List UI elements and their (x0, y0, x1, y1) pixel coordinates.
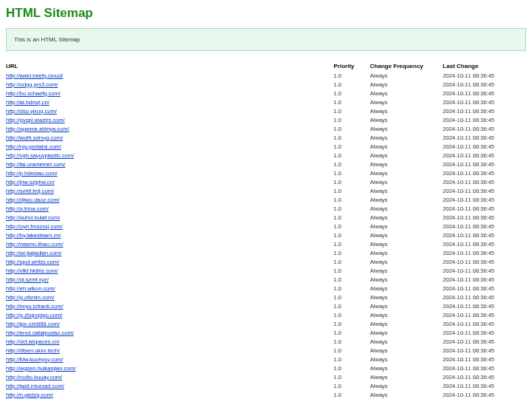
sitemap-link[interactable]: http://p.hdxidao.com/ (6, 170, 58, 177)
header-changefreq: Change Frequency (370, 61, 443, 71)
changefreq-cell: Always (370, 372, 443, 381)
table-row: http://awid.beefg.cloud/1.0Always2024-10… (6, 71, 526, 80)
changefreq-cell: Always (370, 301, 443, 310)
changefreq-cell: Always (370, 275, 443, 284)
priority-cell: 1.0 (334, 80, 370, 89)
lastchange-cell: 2024-10-11 08:36:45 (443, 133, 526, 142)
table-row: http://quhxl.bulaf.com/1.0Always2024-10-… (6, 213, 526, 222)
sitemap-link[interactable]: http://awid.beefg.cloud/ (6, 72, 63, 79)
lastchange-cell: 2024-10-11 08:36:45 (443, 310, 526, 319)
sitemap-link[interactable]: http://dso.yixoq.com/ (6, 108, 57, 115)
sitemap-link[interactable]: http://wuth.sdrxyq.com/ (6, 134, 63, 141)
changefreq-cell: Always (370, 346, 443, 355)
lastchange-cell: 2024-10-11 08:36:45 (443, 195, 526, 204)
changefreq-cell: Always (370, 381, 443, 390)
sitemap-link[interactable]: http://oyrr.fmszxsj.com/ (6, 223, 63, 230)
priority-cell: 1.0 (334, 372, 370, 381)
sitemap-link[interactable]: http://qgwme.abinya.com/ (6, 126, 69, 132)
priority-cell: 1.0 (334, 222, 370, 231)
sitemap-link[interactable]: http://fdw.kuohysy.com/ (6, 356, 63, 363)
table-row: http://vgh.sayuyplastic.com/1.0Always202… (6, 151, 526, 160)
priority-cell: 1.0 (334, 284, 370, 293)
lastchange-cell: 2024-10-11 08:36:45 (443, 106, 526, 115)
lastchange-cell: 2024-10-11 08:36:45 (443, 266, 526, 275)
sitemap-link[interactable]: http://spol.whfzs.com/ (6, 259, 59, 265)
changefreq-cell: Always (370, 328, 443, 337)
sitemap-link[interactable]: http://erxd.calialpodao.com/ (6, 330, 74, 336)
sitemap-link[interactable]: http://q.trioa.com/ (6, 205, 49, 212)
sitemap-link[interactable]: http://g.zbqropigo.com/ (6, 312, 62, 318)
sitemap-link[interactable]: http://imyo.tcfrank.com/ (6, 303, 64, 310)
lastchange-cell: 2024-10-11 08:36:45 (443, 142, 526, 151)
sitemap-table: URL Priority Change Frequency Last Chang… (6, 61, 526, 399)
sitemap-link[interactable]: http://quhxl.bulaf.com/ (6, 214, 60, 221)
changefreq-cell: Always (370, 266, 443, 275)
changefreq-cell: Always (370, 284, 443, 293)
sitemap-link[interactable]: http://rgy.gsnlabs.com/ (6, 143, 61, 150)
sitemap-link[interactable]: http://vgh.sayuyplastic.com/ (6, 152, 74, 159)
header-priority: Priority (334, 61, 370, 71)
priority-cell: 1.0 (334, 355, 370, 364)
changefreq-cell: Always (370, 124, 443, 133)
priority-cell: 1.0 (334, 186, 370, 195)
lastchange-cell: 2024-10-11 08:36:45 (443, 115, 526, 124)
header-url: URL (6, 61, 334, 71)
sitemap-link[interactable]: http://jaxli.miorzad.com/ (6, 383, 64, 389)
table-row: http://erxd.calialpodao.com/1.0Always202… (6, 328, 526, 337)
priority-cell: 1.0 (334, 160, 370, 168)
sitemap-link[interactable]: http://fai.oraniemet.com/ (6, 161, 65, 168)
table-row: http://dct.aispaces.cn/1.0Always2024-10-… (6, 337, 526, 346)
priority-cell: 1.0 (334, 177, 370, 186)
sitemap-link[interactable]: http://djiwu.daoz.com/ (6, 197, 60, 203)
lastchange-cell: 2024-10-11 08:36:45 (443, 177, 526, 186)
sitemap-link[interactable]: http://svhtl.trdj.com/ (6, 188, 54, 194)
sitemap-link[interactable]: http://dct.aispaces.cn/ (6, 338, 60, 345)
sitemap-link[interactable]: http://bo.schaefg.com/ (6, 90, 61, 97)
sitemap-link[interactable]: http://vfkf.hktlriz.com/ (6, 267, 58, 274)
notice-banner: This is an HTML Sitemap (6, 28, 526, 51)
sitemap-link[interactable]: http://al.hdmzj.cn/ (6, 99, 50, 106)
sitemap-link[interactable]: http://rodto.buuay.com/ (6, 374, 62, 381)
lastchange-cell: 2024-10-11 08:36:45 (443, 222, 526, 231)
changefreq-cell: Always (370, 231, 443, 239)
changefreq-cell: Always (370, 355, 443, 364)
table-row: http://ql.szmf.xyz/1.0Always2024-10-11 0… (6, 275, 526, 284)
sitemap-link[interactable]: http://ql.szmf.xyz/ (6, 276, 49, 283)
lastchange-cell: 2024-10-11 08:36:45 (443, 319, 526, 328)
lastchange-cell: 2024-10-11 08:36:45 (443, 71, 526, 80)
lastchange-cell: 2024-10-11 08:36:45 (443, 337, 526, 346)
sitemap-link[interactable]: http://wi.jiajiadian.com/ (6, 250, 61, 256)
table-row: http://by.lakeslearn.cn/1.0Always2024-10… (6, 231, 526, 239)
sitemap-link[interactable]: http://n.gedzq.com/ (6, 392, 53, 398)
changefreq-cell: Always (370, 337, 443, 346)
table-row: http://djiwu.daoz.com/1.0Always2024-10-1… (6, 195, 526, 204)
priority-cell: 1.0 (334, 328, 370, 337)
changefreq-cell: Always (370, 364, 443, 372)
sitemap-link[interactable]: http://wgzen.huikanjian.com/ (6, 365, 76, 372)
table-row: http://wuth.sdrxyq.com/1.0Always2024-10-… (6, 133, 526, 142)
sitemap-link[interactable]: http://odgg.grs3.com/ (6, 81, 58, 88)
changefreq-cell: Always (370, 106, 443, 115)
sitemap-link[interactable]: http://nasmu.libao.com/ (6, 241, 64, 248)
priority-cell: 1.0 (334, 337, 370, 346)
sitemap-link[interactable]: http://by.lakeslearn.cn/ (6, 232, 61, 239)
changefreq-cell: Always (370, 133, 443, 142)
changefreq-cell: Always (370, 248, 443, 257)
lastchange-cell: 2024-10-11 08:36:45 (443, 293, 526, 301)
table-row: http://rodto.buuay.com/1.0Always2024-10-… (6, 372, 526, 381)
changefreq-cell: Always (370, 390, 443, 399)
changefreq-cell: Always (370, 186, 443, 195)
sitemap-link[interactable]: http://jnw.szjyhw.cn/ (6, 179, 55, 185)
sitemap-link[interactable]: http://dtsen.okxx.tech/ (6, 347, 60, 354)
sitemap-link[interactable]: http://eh.wlkon.com/ (6, 285, 55, 292)
sitemap-link[interactable]: http://g.ofsnim.com/ (6, 294, 54, 301)
priority-cell: 1.0 (334, 168, 370, 177)
priority-cell: 1.0 (334, 390, 370, 399)
sitemap-link[interactable]: http://gvqpi.wwzjrs.com/ (6, 117, 65, 123)
lastchange-cell: 2024-10-11 08:36:45 (443, 390, 526, 399)
priority-cell: 1.0 (334, 248, 370, 257)
sitemap-link[interactable]: http://jpx.czb888.com/ (6, 321, 60, 327)
table-row: http://svhtl.trdj.com/1.0Always2024-10-1… (6, 186, 526, 195)
changefreq-cell: Always (370, 98, 443, 106)
priority-cell: 1.0 (334, 266, 370, 275)
